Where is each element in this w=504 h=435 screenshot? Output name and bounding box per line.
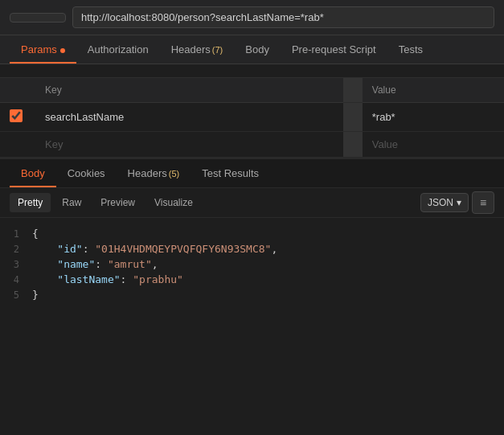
res-tab-headers[interactable]: Headers(5) [117, 159, 191, 187]
row-checkbox-cell [0, 103, 35, 132]
tab-params-label: Params [21, 43, 57, 55]
fmt-pretty-label: Pretty [18, 197, 43, 208]
fmt-tab-visualize[interactable]: Visualize [146, 193, 201, 212]
colon-4: : [121, 273, 133, 285]
code-line-1: 1 { [0, 226, 504, 241]
tab-tests[interactable]: Tests [387, 35, 434, 64]
fmt-tab-raw[interactable]: Raw [54, 193, 89, 212]
code-content-2: "id": "01H4VHDMQEYPVQFQFY6N93SMC8", [32, 243, 504, 255]
empty-value[interactable]: Value [363, 132, 504, 158]
key-id: "id" [57, 243, 82, 255]
line-number-3: 3 [0, 259, 32, 270]
code-line-3: 3 "name": "amrut", [0, 256, 504, 272]
wrap-lines-icon: ≡ [480, 196, 486, 209]
line-number-5: 5 [0, 289, 32, 301]
code-content-5: } [32, 289, 504, 301]
colon-3: : [95, 258, 108, 270]
empty-divider [343, 132, 363, 158]
tab-tests-label: Tests [399, 43, 423, 55]
line-number-4: 4 [0, 274, 32, 285]
value-id: "01H4VHDMQEYPVQFQFY6N93SMC8" [95, 243, 271, 255]
tab-headers[interactable]: Headers(7) [160, 35, 235, 64]
url-input[interactable] [72, 6, 494, 28]
request-tabs: Params Authorization Headers(7) Body Pre… [0, 35, 504, 64]
json-dropdown[interactable]: JSON ▾ [420, 193, 469, 212]
tab-authorization[interactable]: Authorization [76, 35, 160, 64]
colon-2: : [83, 243, 96, 255]
col-checkbox [0, 78, 35, 103]
res-tab-body[interactable]: Body [10, 159, 56, 187]
fmt-visualize-label: Visualize [154, 197, 193, 208]
table-row: searchLastName *rab* [0, 103, 504, 132]
headers-badge: (7) [212, 45, 223, 55]
format-bar: Pretty Raw Preview Visualize JSON ▾ ≡ [0, 188, 504, 218]
empty-checkbox-cell [0, 132, 35, 158]
key-name: "name" [57, 258, 95, 270]
query-params-section [0, 64, 504, 78]
fmt-raw-label: Raw [62, 197, 81, 208]
params-table: Key Value searchLastName *rab* Key Value [0, 78, 504, 158]
code-line-2: 2 "id": "01H4VHDMQEYPVQFQFY6N93SMC8", [0, 241, 504, 256]
res-tab-cookies[interactable]: Cookies [56, 159, 117, 187]
response-tabs: Body Cookies Headers(5) Test Results [0, 158, 504, 188]
line-number-2: 2 [0, 244, 32, 255]
json-chevron-icon: ▾ [457, 197, 461, 208]
value-lastname: "prabhu" [133, 273, 183, 285]
wrap-icon[interactable]: ≡ [472, 191, 494, 214]
empty-key[interactable]: Key [35, 132, 343, 158]
json-format-label: JSON [428, 197, 453, 208]
tab-prerequest[interactable]: Pre-request Script [281, 35, 387, 64]
res-tab-testresults[interactable]: Test Results [191, 159, 270, 187]
open-bracket: { [32, 228, 39, 240]
code-line-4: 4 "lastName": "prabhu" [0, 272, 504, 287]
line-number-1: 1 [0, 228, 32, 240]
row-divider [343, 103, 363, 132]
method-select[interactable] [10, 13, 66, 23]
url-bar [0, 0, 504, 35]
code-content-1: { [32, 228, 504, 240]
row-checkbox[interactable] [10, 109, 23, 122]
tab-body[interactable]: Body [234, 35, 281, 64]
format-select-group: JSON ▾ ≡ [420, 191, 494, 214]
tab-headers-label: Headers [171, 43, 211, 55]
code-content-3: "name": "amrut", [32, 258, 504, 270]
res-headers-badge: (5) [169, 169, 179, 179]
comma-2: , [271, 243, 277, 255]
res-tab-body-label: Body [21, 167, 45, 179]
fmt-tab-pretty[interactable]: Pretty [10, 193, 51, 212]
code-content-4: "lastName": "prabhu" [32, 273, 504, 285]
close-bracket: } [32, 289, 39, 301]
fmt-preview-label: Preview [100, 197, 135, 208]
col-value: Value [363, 78, 504, 103]
col-divider [343, 78, 363, 103]
code-area: 1 { 2 "id": "01H4VHDMQEYPVQFQFY6N93SMC8"… [0, 218, 504, 310]
tab-params[interactable]: Params [10, 35, 76, 64]
row-value[interactable]: *rab* [363, 103, 504, 132]
comma-3: , [152, 258, 158, 270]
tab-prerequest-label: Pre-request Script [292, 43, 376, 55]
params-dot [60, 48, 65, 53]
fmt-tab-preview[interactable]: Preview [92, 193, 143, 212]
res-tab-headers-label: Headers [128, 167, 167, 179]
col-key: Key [35, 78, 343, 103]
code-line-5: 5 } [0, 287, 504, 302]
key-lastname: "lastName" [57, 273, 120, 285]
table-row-empty: Key Value [0, 132, 504, 158]
row-key[interactable]: searchLastName [35, 103, 343, 132]
res-tab-cookies-label: Cookies [68, 167, 105, 179]
res-tab-testresults-label: Test Results [202, 167, 259, 179]
tab-body-label: Body [245, 43, 269, 55]
value-name: "amrut" [108, 258, 152, 270]
tab-authorization-label: Authorization [88, 43, 149, 55]
